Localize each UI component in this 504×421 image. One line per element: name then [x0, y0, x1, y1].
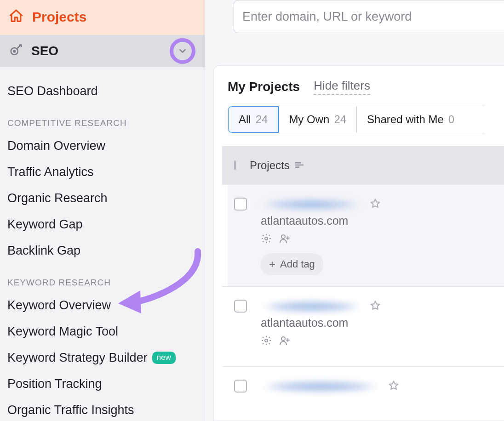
- project-row: atlantaautos.com: [228, 287, 504, 366]
- hide-filters-link[interactable]: Hide filters: [314, 79, 370, 95]
- filter-tab-all-count: 24: [256, 113, 268, 126]
- projects-panel: My Projects Hide filters All 24 My Own 2…: [213, 65, 504, 421]
- gear-icon[interactable]: [261, 233, 272, 246]
- target-icon: [9, 43, 23, 59]
- nav-position-tracking[interactable]: Position Tracking: [7, 371, 197, 397]
- sidebar-header-label: Projects: [32, 9, 86, 25]
- nav-backlink-gap[interactable]: Backlink Gap: [7, 238, 197, 264]
- star-icon[interactable]: [369, 198, 381, 211]
- star-icon[interactable]: [369, 300, 381, 313]
- row-checkbox[interactable]: [234, 380, 247, 393]
- column-header-projects[interactable]: Projects: [250, 159, 290, 172]
- project-title-blurred: [261, 199, 362, 210]
- plus-icon: +: [269, 258, 275, 271]
- project-title-blurred: [261, 301, 362, 313]
- sidebar: Projects SEO SEO Dashboard COMPETITIVE R…: [0, 0, 205, 421]
- row-checkbox[interactable]: [234, 198, 247, 210]
- filter-tab-shared-label: Shared with Me: [367, 113, 444, 126]
- nav-keyword-magic-tool[interactable]: Keyword Magic Tool: [7, 319, 197, 345]
- new-badge: new: [152, 352, 176, 364]
- add-tag-button[interactable]: + Add tag: [261, 253, 323, 275]
- filter-tab-myown-count: 24: [334, 113, 346, 126]
- home-icon: [8, 8, 24, 26]
- panel-title: My Projects: [228, 80, 300, 94]
- section-heading-keyword: KEYWORD RESEARCH: [7, 264, 197, 292]
- nav-keyword-strategy-builder-label: Keyword Strategy Builder: [7, 351, 148, 365]
- gear-icon[interactable]: [261, 335, 272, 348]
- svg-point-4: [265, 339, 268, 342]
- nav-domain-overview[interactable]: Domain Overview: [7, 133, 197, 159]
- filter-tab-shared-count: 0: [448, 113, 454, 126]
- svg-point-3: [281, 235, 285, 239]
- add-tag-label: Add tag: [280, 258, 315, 270]
- svg-point-1: [13, 51, 15, 52]
- svg-point-2: [265, 237, 268, 240]
- nav-seo-dashboard[interactable]: SEO Dashboard: [7, 78, 197, 104]
- project-title-blurred: [261, 381, 380, 393]
- nav-organic-research[interactable]: Organic Research: [7, 185, 197, 211]
- sidebar-nav: SEO Dashboard COMPETITIVE RESEARCH Domai…: [0, 67, 205, 421]
- project-row: [228, 367, 504, 407]
- nav-keyword-overview[interactable]: Keyword Overview: [7, 292, 197, 319]
- add-user-icon[interactable]: [279, 335, 290, 348]
- sort-icon[interactable]: [294, 159, 304, 172]
- select-all-checkbox[interactable]: [234, 160, 236, 170]
- sidebar-header-projects[interactable]: Projects: [0, 0, 205, 35]
- filter-tab-shared[interactable]: Shared with Me 0: [357, 106, 464, 133]
- search-input[interactable]: [234, 0, 504, 33]
- project-row: atlantaautos.com + Add tag: [228, 185, 504, 286]
- main-area: My Projects Hide filters All 24 My Own 2…: [205, 0, 504, 421]
- nav-keyword-strategy-builder[interactable]: Keyword Strategy Builder new: [7, 345, 197, 371]
- sidebar-section-seo[interactable]: SEO: [0, 35, 205, 67]
- add-user-icon[interactable]: [279, 233, 290, 246]
- chevron-down-icon: [178, 46, 188, 56]
- row-checkbox[interactable]: [234, 300, 247, 313]
- nav-organic-traffic-insights[interactable]: Organic Traffic Insights: [7, 397, 197, 421]
- section-heading-competitive: COMPETITIVE RESEARCH: [7, 104, 197, 133]
- project-domain: atlantaautos.com: [261, 316, 492, 330]
- seo-collapse-toggle[interactable]: [170, 38, 195, 64]
- projects-table-header: Projects: [222, 146, 504, 185]
- filter-tabs: All 24 My Own 24 Shared with Me 0: [228, 106, 485, 133]
- nav-traffic-analytics[interactable]: Traffic Analytics: [7, 159, 197, 185]
- star-icon[interactable]: [388, 380, 400, 393]
- filter-tab-all-label: All: [239, 113, 251, 126]
- filter-tab-myown-label: My Own: [289, 113, 329, 126]
- filter-tab-all[interactable]: All 24: [228, 106, 279, 133]
- nav-keyword-gap[interactable]: Keyword Gap: [7, 211, 197, 238]
- svg-point-5: [281, 337, 285, 341]
- filter-tab-myown[interactable]: My Own 24: [279, 106, 357, 133]
- project-domain: atlantaautos.com: [261, 214, 492, 228]
